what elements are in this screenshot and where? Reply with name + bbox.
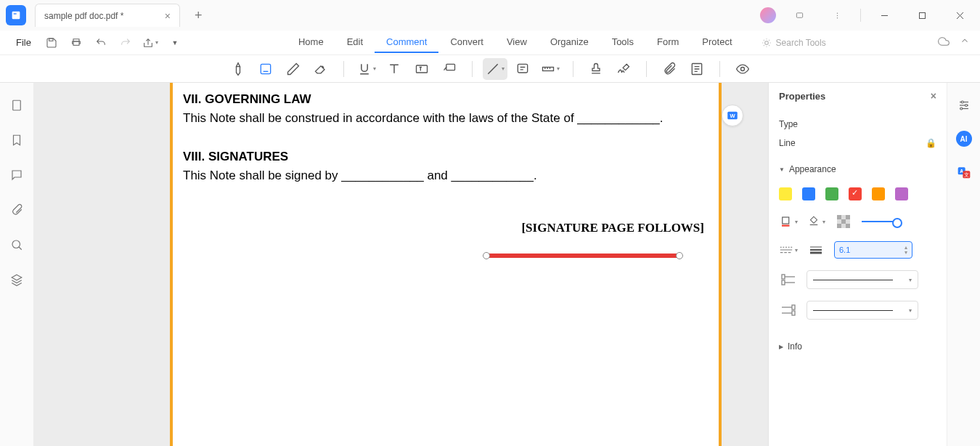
word-export-float-button[interactable]: W xyxy=(722,105,743,126)
svg-rect-33 xyxy=(846,224,850,228)
eraser-tool[interactable] xyxy=(309,58,333,80)
tab-protect[interactable]: Protect xyxy=(690,32,743,53)
thickness-icon[interactable] xyxy=(807,242,825,258)
opacity-slider[interactable] xyxy=(862,221,899,222)
close-window-button[interactable] xyxy=(945,4,974,27)
stroke-color-picker[interactable]: ▾ xyxy=(779,214,798,230)
stamp-tool[interactable] xyxy=(584,58,608,80)
line-annotation[interactable] xyxy=(486,254,679,258)
line-tool[interactable]: ▾ xyxy=(483,58,507,80)
close-tab-icon[interactable]: × xyxy=(165,10,171,22)
tab-organize[interactable]: Organize xyxy=(539,32,600,53)
tab-convert[interactable]: Convert xyxy=(438,32,495,53)
svg-rect-14 xyxy=(416,65,427,73)
comments-list-tool[interactable] xyxy=(685,58,709,80)
thumbnails-icon[interactable] xyxy=(9,97,25,113)
svg-rect-29 xyxy=(837,215,841,219)
right-rail: AI A文 xyxy=(947,83,980,446)
underline-tool[interactable]: ▾ xyxy=(354,58,379,80)
tab-view[interactable]: View xyxy=(495,32,539,53)
add-tab-button[interactable]: + xyxy=(189,5,208,26)
chevron-right-icon: ▶ xyxy=(779,344,783,350)
stepper-icon[interactable]: ▴▾ xyxy=(905,245,907,255)
app-logo[interactable] xyxy=(6,5,26,25)
svg-rect-10 xyxy=(49,38,53,41)
color-swatches xyxy=(769,180,947,208)
attachments-panel-icon[interactable] xyxy=(9,202,25,218)
tab-tools[interactable]: Tools xyxy=(600,32,645,53)
search-tools[interactable]: Search Tools xyxy=(761,38,826,48)
end-cap-select[interactable]: ▾ xyxy=(807,301,918,320)
doc-heading-1: VII. GOVERNING LAW xyxy=(183,90,709,109)
share-icon[interactable]: ▾ xyxy=(140,33,160,53)
layers-icon[interactable] xyxy=(9,272,25,288)
attachment-tool[interactable] xyxy=(657,58,682,80)
comment-toolbar: ▾ ▾ ▾ xyxy=(0,55,980,83)
chat-icon[interactable] xyxy=(785,4,814,27)
svg-rect-0 xyxy=(12,12,20,20)
svg-rect-27 xyxy=(782,225,790,227)
line-style-icon[interactable]: ▾ xyxy=(779,242,798,258)
menu-tabs: Home Edit Comment Convert View Organize … xyxy=(287,32,744,53)
swatch-green[interactable] xyxy=(825,187,838,200)
svg-point-4 xyxy=(836,15,837,15)
measure-tool[interactable]: ▾ xyxy=(538,58,563,80)
tab-comment[interactable]: Comment xyxy=(375,32,438,53)
bookmarks-icon[interactable] xyxy=(9,132,25,148)
end-cap-icon xyxy=(779,302,798,318)
maximize-button[interactable] xyxy=(907,4,936,27)
svg-rect-18 xyxy=(542,67,553,70)
print-icon[interactable] xyxy=(66,33,86,53)
svg-point-5 xyxy=(836,17,837,18)
callout-tool[interactable] xyxy=(437,58,462,80)
start-cap-select[interactable]: ▾ xyxy=(807,270,918,289)
tab-edit[interactable]: Edit xyxy=(335,32,375,53)
cloud-icon[interactable] xyxy=(938,36,950,50)
opacity-grid-icon[interactable] xyxy=(834,214,853,230)
main-area: VII. GOVERNING LAW This Note shall be co… xyxy=(0,83,980,446)
swatch-purple[interactable] xyxy=(895,187,908,200)
hide-comments-tool[interactable] xyxy=(730,58,755,80)
ai-assistant-icon[interactable]: AI xyxy=(956,131,972,147)
doc-heading-2: VIII. SIGNATURES xyxy=(183,147,709,166)
info-section-header[interactable]: ▶ Info xyxy=(769,336,947,357)
file-menu[interactable]: File xyxy=(10,34,37,51)
svg-rect-2 xyxy=(796,12,802,17)
save-icon[interactable] xyxy=(41,33,62,53)
user-avatar[interactable] xyxy=(760,7,776,23)
tab-form[interactable]: Form xyxy=(645,32,690,53)
document-tab[interactable]: sample pdf doc.pdf * × xyxy=(35,4,180,27)
collapse-ribbon-icon[interactable] xyxy=(960,36,970,50)
area-highlight-tool[interactable] xyxy=(253,58,278,80)
swatch-red[interactable] xyxy=(849,187,862,200)
tab-home[interactable]: Home xyxy=(287,32,335,53)
signature-tool[interactable] xyxy=(611,58,636,80)
pencil-tool[interactable] xyxy=(281,58,306,80)
document-canvas[interactable]: VII. GOVERNING LAW This Note shall be co… xyxy=(33,83,768,446)
note-tool[interactable] xyxy=(510,58,535,80)
undo-icon[interactable] xyxy=(91,33,111,53)
appearance-section-header[interactable]: ▼ Appearance xyxy=(769,158,947,180)
redo-icon[interactable] xyxy=(115,33,136,53)
comments-panel-icon[interactable] xyxy=(9,167,25,183)
svg-point-12 xyxy=(764,41,768,44)
fill-color-picker[interactable]: ▾ xyxy=(807,214,825,230)
lock-icon[interactable]: 🔒 xyxy=(926,138,936,148)
minimize-button[interactable] xyxy=(870,4,899,27)
swatch-orange[interactable] xyxy=(872,187,885,200)
search-panel-icon[interactable] xyxy=(9,237,25,253)
thickness-input[interactable]: 6.1 ▴▾ xyxy=(834,241,912,259)
close-properties-icon[interactable]: × xyxy=(931,90,936,102)
settings-sliders-icon[interactable] xyxy=(955,96,973,115)
textbox-tool[interactable] xyxy=(409,58,434,80)
thickness-value: 6.1 xyxy=(839,246,850,254)
highlight-tool[interactable] xyxy=(226,58,250,80)
translate-icon[interactable]: A文 xyxy=(955,163,973,182)
more-icon[interactable] xyxy=(822,4,852,27)
svg-rect-13 xyxy=(261,64,270,73)
swatch-blue[interactable] xyxy=(802,187,815,200)
text-tool[interactable] xyxy=(382,58,407,80)
svg-point-53 xyxy=(960,108,962,110)
swatch-yellow[interactable] xyxy=(779,187,792,200)
quick-dropdown-icon[interactable]: ▼ xyxy=(165,33,185,53)
